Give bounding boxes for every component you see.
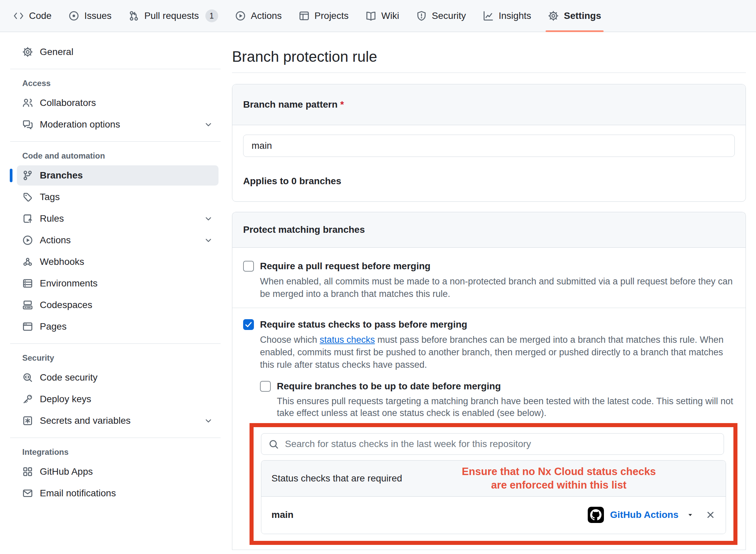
rules-icon	[22, 213, 33, 224]
pull-requests-count-badge: 1	[205, 9, 218, 22]
option-require-pull-request: Require a pull request before merging Wh…	[232, 248, 746, 308]
sidebar-item-label: Pages	[40, 321, 66, 332]
tab-label: Projects	[315, 10, 349, 21]
sidebar-item-collaborators[interactable]: Collaborators	[17, 93, 219, 113]
gear-icon	[22, 47, 33, 57]
status-list-header: Status checks that are required Ensure t…	[261, 461, 726, 497]
comment-discussion-icon	[22, 119, 33, 130]
sidebar-item-label: General	[40, 47, 74, 57]
tab-settings[interactable]: Settings	[540, 0, 609, 32]
sidebar-item-label: Email notifications	[40, 488, 116, 499]
repo-tab-bar: Code Issues Pull requests 1 Actions Proj…	[0, 0, 756, 32]
tab-label: Issues	[84, 10, 112, 21]
chevron-down-icon	[204, 120, 213, 129]
tab-security[interactable]: Security	[408, 0, 474, 32]
github-logo-icon	[588, 507, 604, 523]
sidebar-item-label: Deploy keys	[40, 394, 91, 405]
book-icon	[366, 10, 376, 21]
tab-issues[interactable]: Issues	[60, 0, 120, 32]
tab-actions[interactable]: Actions	[227, 0, 290, 32]
sidebar-item-environments[interactable]: Environments	[17, 273, 219, 294]
description-text: Choose which	[260, 335, 320, 345]
status-check-name: main	[271, 509, 293, 520]
chevron-down-icon	[204, 236, 213, 245]
sidebar-item-label: Actions	[40, 235, 71, 246]
annotation-line-2: are enforced within this list	[491, 479, 627, 491]
tab-label: Security	[432, 10, 466, 21]
branch-name-pattern-card: Branch name pattern* Applies to 0 branch…	[232, 84, 746, 202]
require-up-to-date-description: This ensures pull requests targeting a m…	[277, 395, 735, 419]
git-branch-icon	[22, 170, 33, 181]
sidebar-item-email-notifications[interactable]: Email notifications	[17, 483, 219, 503]
sidebar-item-label: Tags	[40, 192, 60, 202]
chevron-down-icon	[204, 214, 213, 223]
tab-pull-requests[interactable]: Pull requests 1	[120, 0, 227, 32]
protect-matching-branches-card: Protect matching branches Require a pull…	[232, 212, 746, 550]
sidebar-item-deploy-keys[interactable]: Deploy keys	[17, 389, 219, 409]
require-pull-request-checkbox[interactable]	[243, 261, 254, 272]
check-icon	[244, 321, 253, 329]
require-up-to-date-label: Require branches to be up to date before…	[277, 380, 501, 393]
sidebar-item-actions[interactable]: Actions	[17, 230, 219, 250]
title-divider	[232, 73, 746, 73]
browser-icon	[22, 321, 33, 332]
sidebar-item-pages[interactable]: Pages	[17, 316, 219, 337]
require-status-checks-checkbox[interactable]	[243, 319, 254, 330]
sidebar-item-label: Secrets and variables	[40, 415, 130, 426]
sidebar-item-rules[interactable]: Rules	[17, 209, 219, 229]
status-check-row: main GitHub Actions	[261, 497, 726, 534]
tab-label: Wiki	[381, 10, 399, 21]
remove-status-check-button[interactable]	[705, 510, 716, 520]
sidebar-item-label: Code security	[40, 372, 97, 383]
protect-matching-branches-header: Protect matching branches	[232, 212, 746, 248]
tab-wiki[interactable]: Wiki	[357, 0, 408, 32]
sidebar-item-label: Collaborators	[40, 98, 96, 108]
status-checks-search-input[interactable]	[261, 433, 724, 455]
card-row-divider	[232, 550, 746, 550]
require-status-checks-label: Require status checks to pass before mer…	[260, 318, 467, 331]
shield-icon	[416, 10, 427, 21]
annotation-line-1: Ensure that no Nx Cloud status checks	[462, 466, 656, 477]
sidebar-item-label: Codespaces	[40, 300, 92, 310]
sidebar-item-label: Branches	[40, 170, 83, 181]
server-icon	[22, 278, 33, 289]
sidebar-divider	[10, 69, 221, 69]
play-icon	[235, 10, 246, 21]
git-pull-request-icon	[128, 10, 139, 21]
apps-icon	[22, 466, 33, 477]
sidebar-item-general[interactable]: General	[17, 42, 219, 62]
require-pull-request-description: When enabled, all commits must be made t…	[260, 275, 735, 300]
sidebar-item-moderation-options[interactable]: Moderation options	[17, 114, 219, 135]
status-checks-link[interactable]: status checks	[320, 335, 375, 345]
tab-label: Actions	[251, 10, 282, 21]
applies-to-branches-text: Applies to 0 branches	[243, 176, 735, 187]
sidebar-item-codespaces[interactable]: Codespaces	[17, 295, 219, 315]
require-status-checks-description: Choose which status checks must pass bef…	[260, 334, 735, 371]
sidebar-section-title: Security	[22, 353, 221, 363]
tab-projects[interactable]: Projects	[290, 0, 357, 32]
branch-protection-main: Branch protection rule Branch name patte…	[232, 32, 746, 550]
branch-name-pattern-header: Branch name pattern*	[232, 84, 746, 125]
sidebar-item-code-security[interactable]: Code security	[17, 367, 219, 388]
sidebar-divider	[10, 438, 221, 438]
mail-icon	[22, 488, 33, 499]
require-up-to-date-checkbox[interactable]	[260, 381, 271, 392]
graph-icon	[483, 10, 494, 21]
tab-insights[interactable]: Insights	[474, 0, 540, 32]
sidebar-item-branches[interactable]: Branches	[17, 165, 219, 186]
sidebar-divider	[10, 141, 221, 142]
sidebar-item-secrets-and-variables[interactable]: Secrets and variables	[17, 411, 219, 431]
sidebar-item-github-apps[interactable]: GitHub Apps	[17, 462, 219, 482]
tab-label: Settings	[564, 10, 601, 21]
sidebar-item-tags[interactable]: Tags	[17, 187, 219, 207]
sidebar-item-webhooks[interactable]: Webhooks	[17, 252, 219, 272]
status-check-options-button[interactable]	[687, 511, 694, 519]
github-actions-link[interactable]: GitHub Actions	[610, 509, 678, 520]
gear-icon	[548, 10, 559, 21]
tab-label: Pull requests	[144, 10, 199, 21]
tab-label: Insights	[499, 10, 531, 21]
sidebar-section-title: Access	[22, 79, 221, 88]
option-require-status-checks: Require status checks to pass before mer…	[232, 308, 746, 550]
tab-code[interactable]: Code	[5, 0, 60, 32]
branch-name-pattern-input[interactable]	[243, 135, 735, 157]
